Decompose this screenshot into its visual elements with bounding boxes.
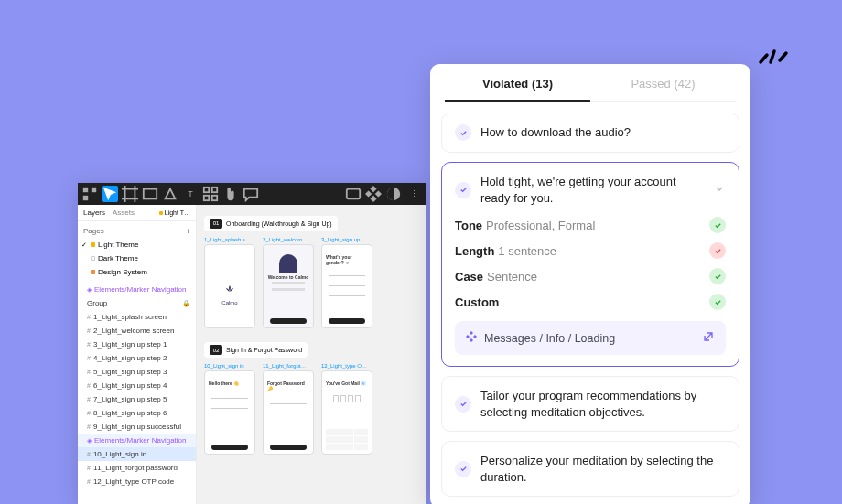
check-icon	[455, 124, 471, 141]
layer-frame[interactable]: #12_Light_type OTP code	[78, 475, 196, 488]
status-pass-icon	[709, 294, 726, 310]
mask-icon[interactable]	[385, 186, 402, 202]
svg-rect-3	[144, 189, 157, 199]
layer-frame[interactable]: #9_Light_sign up successful	[78, 420, 196, 434]
hand-tool-icon[interactable]	[222, 186, 239, 202]
layer-frame[interactable]: #11_Light_forgot password	[78, 461, 196, 475]
frame-forgot: Forgot Password 🔑	[263, 370, 314, 455]
frame-signin: Hello there 👋	[204, 370, 255, 455]
section-label: 01 Onboarding (Walkthrough & Sign Up)	[204, 216, 338, 231]
pen-tool-icon[interactable]	[162, 186, 178, 202]
check-icon	[455, 182, 471, 198]
pages-label: Pages	[83, 227, 104, 236]
frame-splash: Calmo	[204, 244, 255, 328]
page-item[interactable]: Dark Theme	[78, 252, 196, 265]
component-icon	[466, 331, 477, 345]
editor-toolbar: T ⋮	[78, 183, 426, 205]
rect-tool-icon[interactable]	[142, 186, 158, 202]
svg-rect-8	[347, 189, 360, 199]
frame[interactable]: 2_Light_welcom… Welcome to Calmo	[263, 237, 314, 328]
frame[interactable]: 11_Light_forgot… Forgot Password 🔑	[263, 363, 314, 455]
svg-rect-1	[92, 188, 96, 192]
frame-welcome: Welcome to Calmo	[263, 244, 314, 328]
comment-tool-icon[interactable]	[243, 186, 259, 202]
component-path: Messages / Info / Loading	[484, 332, 615, 345]
status-fail-icon	[709, 242, 726, 259]
check-row-tone: Tone Professional, Formal	[455, 217, 726, 233]
resources-icon[interactable]	[202, 186, 219, 202]
toolbar-more-icon[interactable]: ⋮	[405, 186, 422, 202]
design-editor-window: T ⋮ Layers Assets Light T… Pages + Light…	[78, 183, 426, 504]
check-row-length: Length 1 sentence	[455, 242, 726, 259]
lock-icon: 🔒	[182, 300, 190, 307]
check-row-case: Case Sentence	[455, 268, 726, 284]
layer-frame[interactable]: #4_Light_sign up step 2	[78, 351, 196, 365]
result-card-expanded: Hold tight, we're getting your account r…	[441, 162, 739, 367]
figma-menu-icon[interactable]	[81, 186, 98, 202]
frame[interactable]: 12_Light_type O… You've Got Mail 📧	[321, 363, 372, 455]
svg-rect-5	[212, 188, 217, 192]
devmode-icon[interactable]	[345, 186, 362, 202]
tab-assets[interactable]: Assets	[113, 209, 135, 217]
section-label: 02 Sign In & Forgot Password	[204, 342, 308, 358]
component-icon[interactable]	[365, 186, 382, 202]
svg-rect-2	[83, 196, 88, 200]
lotus-icon	[222, 284, 237, 298]
open-external-icon[interactable]	[702, 330, 715, 346]
layer-frame[interactable]: #6_Light_sign up step 4	[78, 379, 196, 392]
frame[interactable]: 10_Light_sign in Hello there 👋	[204, 363, 255, 455]
result-card[interactable]: How to download the audio?	[441, 113, 739, 153]
move-tool-icon[interactable]	[102, 186, 118, 202]
layer-frame[interactable]: #2_Light_welcome screen	[78, 324, 196, 338]
frame[interactable]: 3_Light_sign up … What's your gender? ☺	[321, 237, 372, 328]
canvas[interactable]: 01 Onboarding (Walkthrough & Sign Up) 1_…	[197, 205, 426, 504]
layers-panel: Layers Assets Light T… Pages + Light The…	[78, 205, 197, 504]
svg-rect-0	[83, 188, 88, 192]
chevron-down-icon	[713, 182, 726, 198]
text-tool-icon[interactable]: T	[182, 186, 199, 202]
layer-frame[interactable]: #7_Light_sign up step 5	[78, 392, 196, 406]
frame-tool-icon[interactable]	[122, 186, 138, 202]
tab-passed[interactable]: Passed (42)	[590, 64, 736, 102]
accent-squiggles	[755, 37, 792, 72]
add-page-icon[interactable]: +	[186, 227, 190, 236]
layer-frame[interactable]: #1_Light_splash screen	[78, 310, 196, 324]
frame-form: What's your gender? ☺	[321, 244, 372, 328]
result-card-header[interactable]: Hold tight, we're getting your account r…	[455, 174, 726, 206]
check-icon	[455, 396, 471, 413]
status-pass-icon	[709, 268, 726, 284]
svg-rect-4	[204, 188, 209, 192]
check-list: Tone Professional, Formal Length 1 sente…	[455, 217, 726, 310]
layer-component[interactable]: ◈Elements/Marker Navigation	[78, 283, 196, 296]
page-item[interactable]: Light Theme	[78, 238, 196, 252]
result-card[interactable]: Tailor your program recommendations by s…	[441, 376, 739, 432]
layer-frame[interactable]: #3_Light_sign up step 1	[78, 338, 196, 351]
svg-rect-6	[204, 196, 209, 200]
layer-frame[interactable]: #8_Light_sign up step 6	[78, 406, 196, 420]
result-card[interactable]: Personalize your meditation by selecting…	[441, 441, 739, 497]
results-panel: Violated (13) Passed (42) How to downloa…	[430, 64, 750, 504]
layer-frame[interactable]: #5_Light_sign up step 3	[78, 365, 196, 379]
layer-component[interactable]: ◈Elements/Marker Navigation	[78, 434, 196, 447]
tab-layers[interactable]: Layers	[83, 209, 105, 217]
check-row-custom: Custom	[455, 294, 726, 310]
layer-frame[interactable]: #10_Light_sign in	[78, 447, 196, 461]
svg-rect-7	[212, 196, 217, 200]
page-item[interactable]: Design System	[78, 265, 196, 279]
layer-group[interactable]: Group🔒	[78, 296, 196, 310]
tab-violated[interactable]: Violated (13)	[445, 64, 590, 102]
check-icon	[455, 461, 471, 477]
frame-otp: You've Got Mail 📧	[321, 370, 372, 455]
frame[interactable]: 1_Light_splash s… Calmo	[204, 237, 255, 328]
status-pass-icon	[709, 217, 726, 233]
file-tab[interactable]: Light T…	[159, 209, 190, 217]
component-chip[interactable]: Messages / Info / Loading	[455, 321, 726, 355]
